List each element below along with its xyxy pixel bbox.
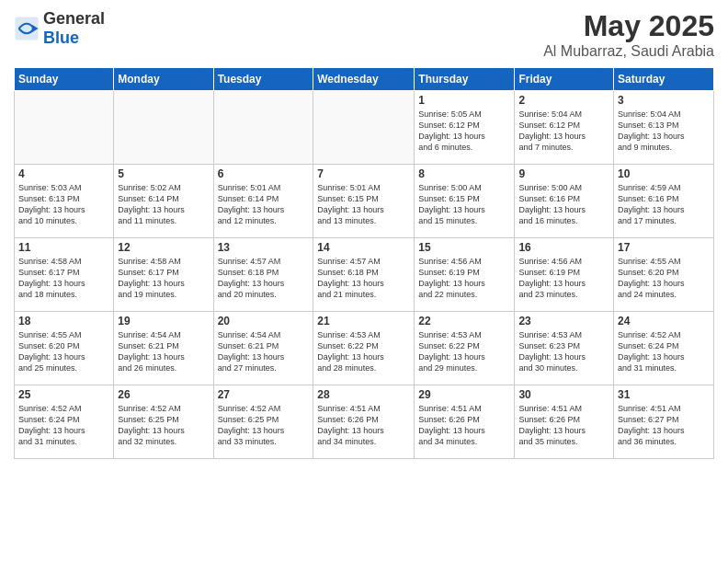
day-number: 14 [317,241,410,254]
logo-blue: Blue [43,29,105,48]
table-row: 18Sunrise: 4:55 AM Sunset: 6:20 PM Dayli… [15,312,114,385]
table-row: 25Sunrise: 4:52 AM Sunset: 6:24 PM Dayli… [15,385,114,459]
day-number: 16 [518,241,609,254]
table-row: 21Sunrise: 4:53 AM Sunset: 6:22 PM Dayli… [313,312,415,385]
location-subtitle: Al Mubarraz, Saudi Arabia [543,43,714,60]
calendar-week-1: 1Sunrise: 5:05 AM Sunset: 6:12 PM Daylig… [15,91,714,165]
day-number: 23 [518,315,609,327]
table-row [213,91,313,165]
day-number: 21 [317,315,410,327]
day-info: Sunrise: 5:05 AM Sunset: 6:12 PM Dayligh… [418,109,510,154]
day-info: Sunrise: 5:04 AM Sunset: 6:12 PM Dayligh… [518,109,609,154]
day-number: 28 [317,388,410,401]
day-number: 27 [218,388,310,401]
table-row: 11Sunrise: 4:58 AM Sunset: 6:17 PM Dayli… [15,238,114,312]
table-row: 26Sunrise: 4:52 AM Sunset: 6:25 PM Dayli… [114,385,213,459]
logo: General Blue [14,9,105,48]
table-row [313,91,415,165]
day-info: Sunrise: 4:53 AM Sunset: 6:22 PM Dayligh… [418,329,510,374]
day-number: 19 [118,315,209,327]
table-row: 15Sunrise: 4:56 AM Sunset: 6:19 PM Dayli… [415,238,515,312]
day-number: 1 [418,94,510,107]
table-row [114,91,213,165]
day-info: Sunrise: 4:52 AM Sunset: 6:24 PM Dayligh… [18,403,109,448]
day-info: Sunrise: 4:54 AM Sunset: 6:21 PM Dayligh… [118,329,209,374]
day-info: Sunrise: 5:01 AM Sunset: 6:15 PM Dayligh… [317,182,410,227]
calendar-table: Sunday Monday Tuesday Wednesday Thursday… [14,67,714,459]
day-number: 25 [18,388,109,401]
day-info: Sunrise: 4:52 AM Sunset: 6:24 PM Dayligh… [618,329,710,374]
calendar-header-row: Sunday Monday Tuesday Wednesday Thursday… [15,68,714,91]
header-thursday: Thursday [415,68,515,91]
table-row: 8Sunrise: 5:00 AM Sunset: 6:15 PM Daylig… [415,165,515,238]
logo-icon [14,16,40,41]
day-info: Sunrise: 4:55 AM Sunset: 6:20 PM Dayligh… [618,256,710,301]
day-info: Sunrise: 4:55 AM Sunset: 6:20 PM Dayligh… [18,329,109,374]
day-number: 15 [418,241,510,254]
table-row: 14Sunrise: 4:57 AM Sunset: 6:18 PM Dayli… [313,238,415,312]
day-info: Sunrise: 5:00 AM Sunset: 6:16 PM Dayligh… [518,182,609,227]
day-info: Sunrise: 5:03 AM Sunset: 6:13 PM Dayligh… [18,182,109,227]
table-row: 17Sunrise: 4:55 AM Sunset: 6:20 PM Dayli… [614,238,714,312]
table-row: 27Sunrise: 4:52 AM Sunset: 6:25 PM Dayli… [213,385,313,459]
day-number: 12 [118,241,209,254]
table-row: 28Sunrise: 4:51 AM Sunset: 6:26 PM Dayli… [313,385,415,459]
logo-general: General [43,9,105,29]
header-tuesday: Tuesday [213,68,313,91]
day-number: 6 [218,167,310,180]
day-number: 22 [418,315,510,327]
table-row: 30Sunrise: 4:51 AM Sunset: 6:26 PM Dayli… [515,385,614,459]
day-number: 7 [317,167,410,180]
day-info: Sunrise: 5:02 AM Sunset: 6:14 PM Dayligh… [118,182,209,227]
day-info: Sunrise: 4:53 AM Sunset: 6:23 PM Dayligh… [518,329,609,374]
day-number: 13 [218,241,310,254]
table-row: 13Sunrise: 4:57 AM Sunset: 6:18 PM Dayli… [213,238,313,312]
day-number: 11 [18,241,109,254]
page-header: General Blue May 2025 Al Mubarraz, Saudi… [14,9,714,60]
day-info: Sunrise: 4:56 AM Sunset: 6:19 PM Dayligh… [518,256,609,301]
day-info: Sunrise: 4:51 AM Sunset: 6:26 PM Dayligh… [518,403,609,448]
table-row: 3Sunrise: 5:04 AM Sunset: 6:13 PM Daylig… [614,91,714,165]
day-info: Sunrise: 5:00 AM Sunset: 6:15 PM Dayligh… [418,182,510,227]
day-number: 8 [418,167,510,180]
day-info: Sunrise: 4:57 AM Sunset: 6:18 PM Dayligh… [317,256,410,301]
day-info: Sunrise: 4:51 AM Sunset: 6:26 PM Dayligh… [418,403,510,448]
day-number: 18 [18,315,109,327]
day-number: 17 [618,241,710,254]
table-row: 16Sunrise: 4:56 AM Sunset: 6:19 PM Dayli… [515,238,614,312]
table-row: 23Sunrise: 4:53 AM Sunset: 6:23 PM Dayli… [515,312,614,385]
header-saturday: Saturday [614,68,714,91]
title-block: May 2025 Al Mubarraz, Saudi Arabia [543,9,714,60]
day-number: 24 [618,315,710,327]
table-row: 6Sunrise: 5:01 AM Sunset: 6:14 PM Daylig… [213,165,313,238]
day-info: Sunrise: 5:04 AM Sunset: 6:13 PM Dayligh… [618,109,710,154]
day-number: 5 [118,167,209,180]
logo-text: General Blue [43,9,105,48]
table-row: 22Sunrise: 4:53 AM Sunset: 6:22 PM Dayli… [415,312,515,385]
day-info: Sunrise: 4:51 AM Sunset: 6:26 PM Dayligh… [317,403,410,448]
calendar-week-5: 25Sunrise: 4:52 AM Sunset: 6:24 PM Dayli… [15,385,714,459]
table-row: 1Sunrise: 5:05 AM Sunset: 6:12 PM Daylig… [415,91,515,165]
day-number: 20 [218,315,310,327]
day-number: 30 [518,388,609,401]
day-number: 31 [618,388,710,401]
table-row: 12Sunrise: 4:58 AM Sunset: 6:17 PM Dayli… [114,238,213,312]
table-row: 5Sunrise: 5:02 AM Sunset: 6:14 PM Daylig… [114,165,213,238]
calendar-week-2: 4Sunrise: 5:03 AM Sunset: 6:13 PM Daylig… [15,165,714,238]
table-row: 4Sunrise: 5:03 AM Sunset: 6:13 PM Daylig… [15,165,114,238]
day-number: 29 [418,388,510,401]
day-number: 3 [618,94,710,107]
day-info: Sunrise: 4:56 AM Sunset: 6:19 PM Dayligh… [418,256,510,301]
day-info: Sunrise: 4:59 AM Sunset: 6:16 PM Dayligh… [618,182,710,227]
day-info: Sunrise: 4:54 AM Sunset: 6:21 PM Dayligh… [218,329,310,374]
header-friday: Friday [515,68,614,91]
table-row: 10Sunrise: 4:59 AM Sunset: 6:16 PM Dayli… [614,165,714,238]
day-number: 10 [618,167,710,180]
header-monday: Monday [114,68,213,91]
table-row: 24Sunrise: 4:52 AM Sunset: 6:24 PM Dayli… [614,312,714,385]
calendar-week-4: 18Sunrise: 4:55 AM Sunset: 6:20 PM Dayli… [15,312,714,385]
day-info: Sunrise: 5:01 AM Sunset: 6:14 PM Dayligh… [218,182,310,227]
calendar-week-3: 11Sunrise: 4:58 AM Sunset: 6:17 PM Dayli… [15,238,714,312]
header-wednesday: Wednesday [313,68,415,91]
day-number: 26 [118,388,209,401]
